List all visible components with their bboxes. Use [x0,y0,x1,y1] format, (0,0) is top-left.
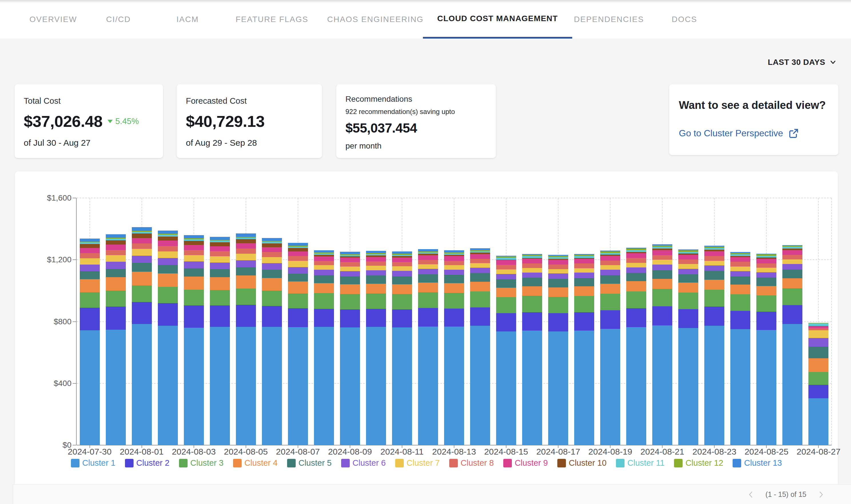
stacked-bar-2024-08-05[interactable] [236,233,256,445]
bar-segment-cluster-2[interactable] [184,305,204,327]
bar-segment-cluster-13[interactable] [366,251,386,253]
bar-segment-cluster-1[interactable] [158,326,178,445]
bar-segment-cluster-9[interactable] [756,259,776,264]
bar-segment-cluster-7[interactable] [210,256,230,263]
bar-segment-cluster-7[interactable] [496,269,516,274]
bar-segment-cluster-13[interactable] [340,252,360,254]
bar-segment-cluster-13[interactable] [184,235,204,238]
legend-item-cluster-10[interactable]: Cluster 10 [557,458,607,468]
bar-segment-cluster-13[interactable] [158,231,178,234]
bar-segment-cluster-6[interactable] [106,262,126,269]
bar-segment-cluster-5[interactable] [704,271,724,280]
bar-segment-cluster-9[interactable] [652,250,672,255]
bar-segment-cluster-2[interactable] [392,309,412,327]
bar-segment-cluster-2[interactable] [782,305,802,324]
cluster-perspective-link[interactable]: Go to Cluster Perspective [679,128,830,139]
bar-segment-cluster-4[interactable] [444,283,464,293]
bar-segment-cluster-2[interactable] [132,302,152,324]
legend-item-cluster-13[interactable]: Cluster 13 [733,458,782,468]
bar-segment-cluster-8[interactable] [548,265,568,269]
bar-segment-cluster-5[interactable] [809,346,829,359]
bar-segment-cluster-7[interactable] [340,267,360,271]
legend-item-cluster-9[interactable]: Cluster 9 [503,458,548,468]
bar-segment-cluster-10[interactable] [184,241,204,245]
bar-segment-cluster-9[interactable] [626,253,646,258]
bar-segment-cluster-8[interactable] [314,261,334,265]
bar-segment-cluster-4[interactable] [236,275,256,289]
bar-segment-cluster-6[interactable] [210,263,230,269]
bar-segment-cluster-2[interactable] [496,313,516,331]
bar-segment-cluster-6[interactable] [600,270,620,275]
bar-segment-cluster-6[interactable] [470,268,490,273]
bar-segment-cluster-4[interactable] [184,276,204,289]
bar-segment-cluster-6[interactable] [340,271,360,276]
bar-segment-cluster-2[interactable] [340,309,360,327]
bar-segment-cluster-5[interactable] [444,275,464,283]
stacked-bar-2024-08-04[interactable] [210,237,230,445]
bar-segment-cluster-4[interactable] [314,283,334,293]
bar-segment-cluster-7[interactable] [262,257,282,264]
bar-segment-cluster-3[interactable] [444,293,464,309]
bar-segment-cluster-1[interactable] [470,326,490,445]
bar-segment-cluster-5[interactable] [782,269,802,278]
bar-segment-cluster-9[interactable] [678,255,698,260]
bar-segment-cluster-7[interactable] [80,258,100,265]
stacked-bar-2024-08-14[interactable] [470,248,490,445]
bar-segment-cluster-9[interactable] [314,256,334,261]
legend-item-cluster-4[interactable]: Cluster 4 [233,458,278,468]
bar-segment-cluster-4[interactable] [730,285,750,294]
tab-cloud-cost-management[interactable]: CLOUD COST MANAGEMENT [423,0,572,39]
stacked-bar-2024-08-07[interactable] [288,243,308,445]
bar-segment-cluster-1[interactable] [626,327,646,445]
bar-segment-cluster-4[interactable] [600,284,620,294]
bar-segment-cluster-2[interactable] [262,306,282,327]
bar-segment-cluster-9[interactable] [132,238,152,244]
legend-item-cluster-7[interactable]: Cluster 7 [395,458,440,468]
bar-segment-cluster-8[interactable] [210,251,230,256]
bar-segment-cluster-4[interactable] [756,286,776,296]
bar-segment-cluster-3[interactable] [80,292,100,308]
bar-segment-cluster-3[interactable] [236,289,256,305]
bar-segment-cluster-1[interactable] [210,327,230,445]
bar-segment-cluster-5[interactable] [652,270,672,279]
bar-segment-cluster-9[interactable] [704,251,724,256]
bar-segment-cluster-7[interactable] [522,268,542,273]
bar-segment-cluster-5[interactable] [756,277,776,286]
bar-segment-cluster-8[interactable] [132,244,152,249]
legend-item-cluster-1[interactable]: Cluster 1 [71,458,116,468]
bar-segment-cluster-4[interactable] [522,286,542,296]
bar-segment-cluster-1[interactable] [600,329,620,445]
bar-segment-cluster-7[interactable] [600,265,620,270]
bar-segment-cluster-5[interactable] [600,275,620,284]
tab-feature-flags[interactable]: FEATURE FLAGS [221,0,323,39]
bar-segment-cluster-5[interactable] [262,270,282,278]
bar-segment-cluster-6[interactable] [496,274,516,279]
stacked-bar-2024-08-26[interactable] [782,245,802,445]
bar-segment-cluster-13[interactable] [392,251,412,254]
bar-segment-cluster-3[interactable] [158,287,178,303]
bar-segment-cluster-7[interactable] [782,259,802,264]
bar-segment-cluster-3[interactable] [262,291,282,306]
bar-segment-cluster-3[interactable] [756,295,776,312]
stacked-bar-2024-08-16[interactable] [522,254,542,445]
bar-segment-cluster-9[interactable] [730,257,750,262]
legend-item-cluster-11[interactable]: Cluster 11 [616,458,664,468]
bar-segment-cluster-2[interactable] [80,308,100,330]
bar-segment-cluster-1[interactable] [678,328,698,445]
bar-segment-cluster-2[interactable] [548,313,568,331]
bar-segment-cluster-8[interactable] [496,265,516,269]
bar-segment-cluster-8[interactable] [366,262,386,266]
bar-segment-cluster-8[interactable] [600,260,620,265]
bar-segment-cluster-9[interactable] [782,250,802,255]
bar-segment-cluster-2[interactable] [236,305,256,327]
bar-segment-cluster-5[interactable] [496,279,516,288]
bar-segment-cluster-10[interactable] [106,240,126,245]
bar-segment-cluster-13[interactable] [210,237,230,240]
bar-segment-cluster-3[interactable] [522,296,542,312]
bar-segment-cluster-9[interactable] [522,258,542,264]
stacked-bar-2024-08-17[interactable] [548,255,568,445]
bar-segment-cluster-2[interactable] [652,306,672,325]
bar-segment-cluster-1[interactable] [444,327,464,445]
bar-segment-cluster-3[interactable] [782,288,802,305]
tab-docs[interactable]: DOCS [657,0,711,39]
